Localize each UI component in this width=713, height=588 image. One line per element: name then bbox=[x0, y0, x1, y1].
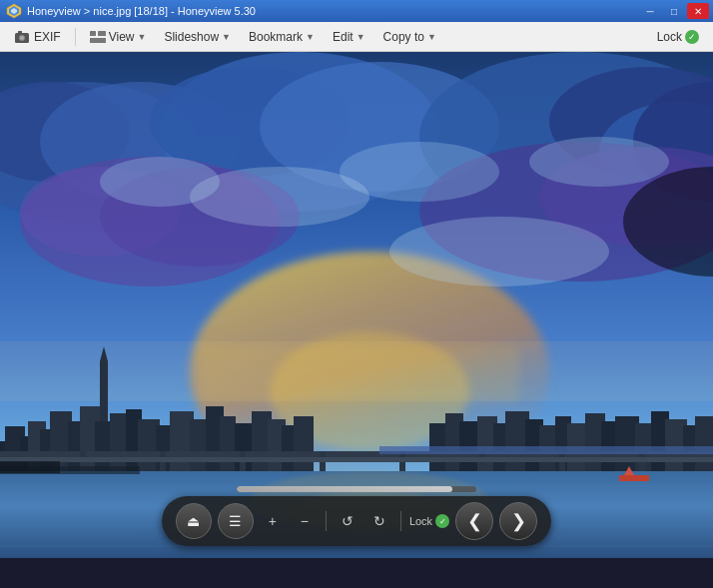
svg-point-5 bbox=[20, 36, 24, 40]
controls-overlay: ⏏ ☰ + − ↺ ↻ Lock ✓ bbox=[157, 486, 556, 546]
progress-bar-fill bbox=[237, 486, 452, 492]
eject-button[interactable]: ⏏ bbox=[176, 503, 212, 539]
next-icon: ❯ bbox=[511, 510, 526, 532]
scene-image bbox=[0, 52, 713, 558]
bookmark-menu[interactable]: Bookmark ▼ bbox=[241, 27, 323, 47]
svg-rect-102 bbox=[0, 461, 60, 473]
prev-button[interactable]: ❮ bbox=[455, 502, 493, 540]
view-label: View bbox=[109, 30, 135, 44]
view-arrow: ▼ bbox=[137, 32, 146, 42]
restore-button[interactable]: □ bbox=[663, 3, 685, 19]
exif-label: EXIF bbox=[34, 30, 61, 44]
separator-1 bbox=[326, 511, 327, 531]
svg-rect-35 bbox=[200, 346, 519, 401]
edit-menu[interactable]: Edit ▼ bbox=[325, 27, 373, 47]
copyto-menu[interactable]: Copy to ▼ bbox=[375, 27, 444, 47]
bottom-controls: ⏏ ☰ + − ↺ ↻ Lock ✓ bbox=[162, 496, 551, 546]
rotate-cw-icon: ↻ bbox=[373, 513, 385, 529]
progress-bar-container[interactable] bbox=[237, 486, 476, 492]
separator-2 bbox=[400, 511, 401, 531]
svg-rect-99 bbox=[619, 475, 649, 481]
svg-rect-87 bbox=[0, 457, 713, 462]
view-menu[interactable]: View ▼ bbox=[82, 27, 155, 47]
lock-menu[interactable]: Lock ✓ bbox=[649, 27, 707, 47]
lock-label: Lock bbox=[657, 30, 682, 44]
svg-point-31 bbox=[529, 137, 669, 187]
zoom-out-button[interactable]: − bbox=[292, 508, 318, 534]
menu-button[interactable]: ☰ bbox=[218, 503, 254, 539]
image-area: ⏏ ☰ + − ↺ ↻ Lock ✓ bbox=[0, 52, 713, 558]
svg-rect-8 bbox=[98, 31, 106, 36]
copyto-label: Copy to bbox=[383, 30, 424, 44]
svg-rect-6 bbox=[18, 31, 22, 33]
svg-rect-9 bbox=[90, 38, 106, 43]
close-button[interactable]: ✕ bbox=[687, 3, 709, 19]
slideshow-menu[interactable]: Slideshow ▼ bbox=[156, 27, 239, 47]
app-icon bbox=[6, 3, 22, 19]
slideshow-label: Slideshow bbox=[164, 30, 219, 44]
camera-icon bbox=[14, 29, 30, 45]
next-button[interactable]: ❯ bbox=[499, 502, 537, 540]
svg-point-33 bbox=[389, 217, 609, 287]
slideshow-arrow: ▼ bbox=[222, 32, 231, 42]
rotate-ccw-icon: ↺ bbox=[342, 513, 354, 529]
title-text: Honeyview > nice.jpg [18/18] - Honeyview… bbox=[27, 5, 256, 17]
rotate-ccw-button[interactable]: ↺ bbox=[335, 508, 360, 534]
view-icon bbox=[90, 31, 106, 43]
prev-icon: ❮ bbox=[467, 510, 482, 532]
minimize-button[interactable]: ─ bbox=[639, 3, 661, 19]
edit-label: Edit bbox=[333, 30, 354, 44]
copyto-arrow: ▼ bbox=[427, 32, 436, 42]
title-bar-left: Honeyview > nice.jpg [18/18] - Honeyview… bbox=[6, 3, 256, 19]
eject-icon: ⏏ bbox=[187, 513, 200, 529]
lock-check-icon: ✓ bbox=[685, 30, 699, 44]
svg-point-32 bbox=[190, 167, 369, 227]
menu-bar: EXIF View ▼ Slideshow ▼ Bookmark ▼ Edit … bbox=[0, 22, 713, 52]
bookmark-arrow: ▼ bbox=[306, 32, 315, 42]
edit-arrow: ▼ bbox=[356, 32, 365, 42]
title-controls: ─ □ ✕ bbox=[639, 3, 709, 19]
bookmark-label: Bookmark bbox=[249, 30, 303, 44]
lock-control[interactable]: Lock ✓ bbox=[409, 514, 449, 528]
svg-rect-7 bbox=[90, 31, 96, 36]
title-bar: Honeyview > nice.jpg [18/18] - Honeyview… bbox=[0, 0, 713, 22]
rotate-cw-button[interactable]: ↻ bbox=[366, 508, 392, 534]
zoom-in-button[interactable]: + bbox=[260, 508, 286, 534]
menu-separator bbox=[75, 28, 76, 46]
exif-button[interactable]: EXIF bbox=[6, 26, 69, 48]
zoom-out-icon: − bbox=[301, 513, 309, 529]
lock-check-sm-icon: ✓ bbox=[435, 514, 449, 528]
svg-rect-88 bbox=[379, 446, 713, 454]
zoom-in-icon: + bbox=[269, 513, 277, 529]
menu-icon: ☰ bbox=[229, 513, 242, 529]
lock-ctrl-label: Lock bbox=[409, 515, 432, 527]
